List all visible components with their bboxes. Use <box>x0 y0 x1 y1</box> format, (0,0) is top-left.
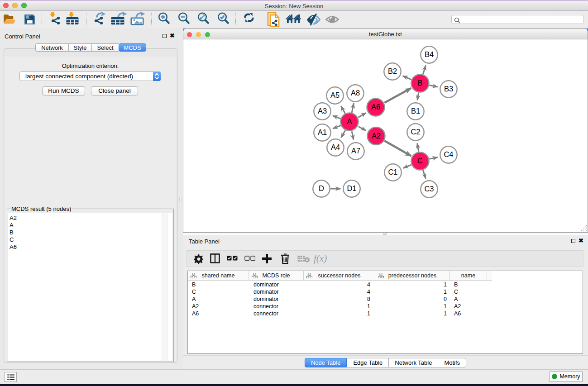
svg-text:B2: B2 <box>388 67 397 75</box>
svg-text:D1: D1 <box>347 184 356 192</box>
svg-text:A3: A3 <box>318 107 327 115</box>
svg-text:A4: A4 <box>331 143 340 151</box>
svg-text:B4: B4 <box>425 50 434 58</box>
svg-text:A2: A2 <box>372 132 381 140</box>
svg-text:A7: A7 <box>351 147 360 155</box>
svg-text:A1: A1 <box>318 128 327 136</box>
svg-text:A: A <box>347 117 352 125</box>
svg-text:C: C <box>417 157 423 165</box>
svg-text:C2: C2 <box>411 128 420 136</box>
svg-text:D: D <box>319 184 324 192</box>
svg-text:B1: B1 <box>411 107 420 115</box>
svg-text:C4: C4 <box>444 150 453 158</box>
svg-text:A5: A5 <box>330 91 339 99</box>
svg-text:B3: B3 <box>444 85 453 93</box>
svg-text:B: B <box>417 79 422 87</box>
svg-text:A8: A8 <box>351 89 360 97</box>
svg-text:A6: A6 <box>371 103 380 111</box>
svg-text:C3: C3 <box>424 185 434 193</box>
svg-text:C1: C1 <box>388 168 397 176</box>
